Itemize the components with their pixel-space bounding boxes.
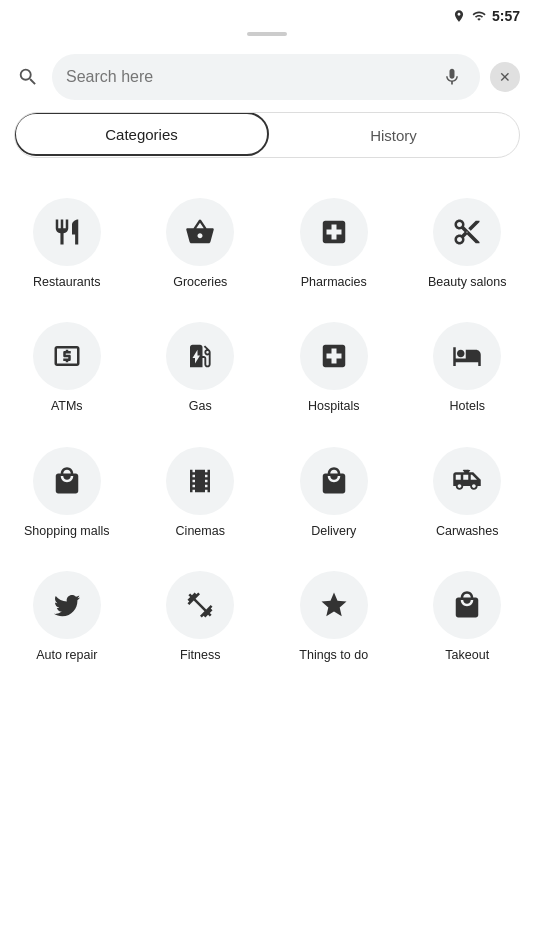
atms-icon [52,341,82,371]
auto-repair-label: Auto repair [36,647,97,663]
beauty-icon-wrap [433,198,501,266]
auto-repair-icon-wrap [33,571,101,639]
groceries-icon-wrap [166,198,234,266]
tab-categories[interactable]: Categories [14,112,269,156]
atms-label: ATMs [51,398,83,414]
restaurants-label: Restaurants [33,274,100,290]
category-item-beauty-salons[interactable]: Beauty salons [401,182,535,306]
wifi-icon [471,9,487,23]
pharmacies-label: Pharmacies [301,274,367,290]
atms-icon-wrap [33,322,101,390]
fitness-icon [185,590,215,620]
search-input-wrap[interactable] [52,54,480,100]
drag-handle [247,32,287,36]
category-item-pharmacies[interactable]: Pharmacies [267,182,401,306]
pharmacies-icon [319,217,349,247]
category-item-groceries[interactable]: Groceries [134,182,268,306]
search-icon [17,66,39,88]
categories-grid: Restaurants Groceries Pharmacies Beauty … [0,172,534,689]
category-item-hospitals[interactable]: Hospitals [267,306,401,430]
carwashes-icon-wrap [433,447,501,515]
restaurants-icon [52,217,82,247]
restaurants-icon-wrap [33,198,101,266]
gas-label: Gas [189,398,212,414]
hospitals-label: Hospitals [308,398,359,414]
mic-icon [442,67,462,87]
fitness-label: Fitness [180,647,220,663]
auto-repair-icon [52,590,82,620]
beauty-label: Beauty salons [428,274,507,290]
things-to-do-icon-wrap [300,571,368,639]
category-item-things-to-do[interactable]: Things to do [267,555,401,679]
delivery-icon-wrap [300,447,368,515]
status-icons: 5:57 [452,8,520,24]
status-bar: 5:57 [0,0,534,32]
tab-history[interactable]: History [268,113,519,157]
things-to-do-icon [319,590,349,620]
status-time: 5:57 [492,8,520,24]
shopping-icon-wrap [33,447,101,515]
category-item-fitness[interactable]: Fitness [134,555,268,679]
takeout-icon [452,590,482,620]
fitness-icon-wrap [166,571,234,639]
close-button[interactable]: ✕ [490,62,520,92]
carwashes-label: Carwashes [436,523,499,539]
hotels-icon-wrap [433,322,501,390]
shopping-icon [52,466,82,496]
category-item-hotels[interactable]: Hotels [401,306,535,430]
mic-button[interactable] [438,63,466,91]
search-bar-row: ✕ [0,46,534,112]
hotels-label: Hotels [450,398,485,414]
gas-icon-wrap [166,322,234,390]
takeout-icon-wrap [433,571,501,639]
hotels-icon [452,341,482,371]
category-item-atms[interactable]: ATMs [0,306,134,430]
cinemas-label: Cinemas [176,523,225,539]
location-icon [452,9,466,23]
carwashes-icon [452,466,482,496]
shopping-malls-label: Shopping malls [24,523,109,539]
category-item-auto-repair[interactable]: Auto repair [0,555,134,679]
delivery-icon [319,466,349,496]
beauty-icon [452,217,482,247]
search-button[interactable] [14,63,42,91]
category-item-carwashes[interactable]: Carwashes [401,431,535,555]
hospitals-icon [319,341,349,371]
tabs-row: Categories History [14,112,520,158]
hospitals-icon-wrap [300,322,368,390]
category-item-restaurants[interactable]: Restaurants [0,182,134,306]
gas-icon [185,341,215,371]
groceries-icon [185,217,215,247]
things-to-do-label: Things to do [299,647,368,663]
category-item-shopping-malls[interactable]: Shopping malls [0,431,134,555]
takeout-label: Takeout [445,647,489,663]
category-item-gas[interactable]: Gas [134,306,268,430]
cinemas-icon-wrap [166,447,234,515]
category-item-takeout[interactable]: Takeout [401,555,535,679]
search-input[interactable] [66,68,438,86]
groceries-label: Groceries [173,274,227,290]
delivery-label: Delivery [311,523,356,539]
category-item-cinemas[interactable]: Cinemas [134,431,268,555]
category-item-delivery[interactable]: Delivery [267,431,401,555]
pharmacies-icon-wrap [300,198,368,266]
cinemas-icon [185,466,215,496]
